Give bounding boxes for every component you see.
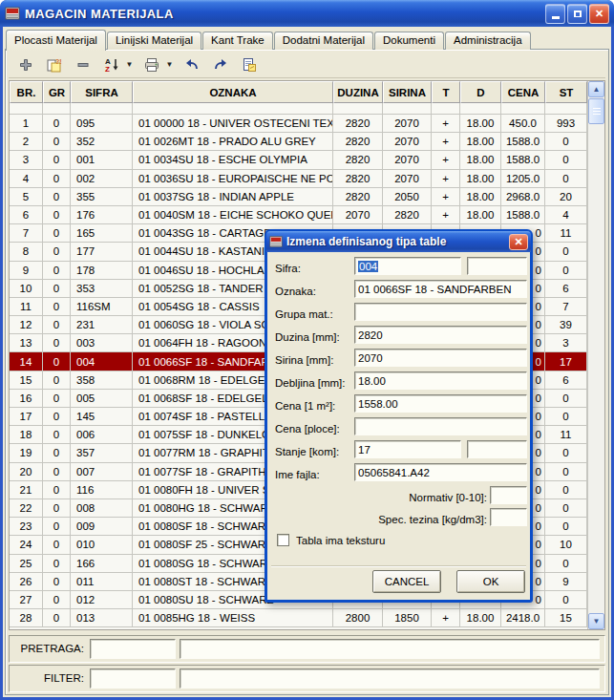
spec-tezina-input[interactable] bbox=[490, 508, 527, 526]
redo-button[interactable] bbox=[209, 53, 232, 76]
column-header-d[interactable]: D bbox=[460, 81, 501, 103]
column-header-sirina[interactable]: SIRINA bbox=[383, 81, 432, 103]
cell-br: 3 bbox=[10, 151, 43, 169]
ime-fajla-input[interactable]: 05065841.A42 bbox=[354, 463, 527, 481]
add-button[interactable] bbox=[14, 53, 37, 76]
cell-t: + bbox=[432, 133, 460, 151]
cell-t: + bbox=[432, 170, 460, 188]
cell-sifra: 013 bbox=[71, 609, 133, 627]
column-header-oznaka[interactable]: OZNAKA bbox=[133, 81, 333, 103]
undo-button[interactable] bbox=[180, 53, 203, 76]
print-dropdown-caret[interactable]: ▼ bbox=[164, 53, 175, 76]
column-header-cena[interactable]: CENA bbox=[501, 81, 545, 103]
cell-sifra: 001 bbox=[71, 151, 133, 169]
cell-st: 0 bbox=[545, 151, 587, 169]
filter-result-field[interactable] bbox=[180, 668, 600, 689]
cell-d: 18.00 bbox=[460, 115, 501, 133]
scroll-down-button[interactable]: ▼ bbox=[588, 613, 604, 629]
debljina-input[interactable]: 18.00 bbox=[354, 371, 527, 390]
remove-button[interactable] bbox=[72, 53, 95, 76]
column-header-sifra[interactable]: SIFRA bbox=[71, 81, 133, 103]
svg-text:?!: ?! bbox=[55, 57, 62, 64]
minimize-button[interactable] bbox=[545, 4, 565, 24]
grupa-input[interactable] bbox=[354, 303, 527, 321]
pretraga-input[interactable] bbox=[90, 639, 176, 659]
column-header-t[interactable]: T bbox=[432, 81, 460, 103]
table-row[interactable]: 28001301 0085HG 18 - WEISS28001850+18.00… bbox=[10, 609, 587, 627]
cell-br: 25 bbox=[10, 555, 43, 573]
scroll-track[interactable] bbox=[588, 124, 604, 613]
cell-t: + bbox=[432, 206, 460, 224]
table-row[interactable]: 1009501 00000 18 - UNIVER OSTECENI TEXT2… bbox=[10, 115, 587, 133]
dialog-close-button[interactable]: ✕ bbox=[509, 234, 528, 250]
cell-oznaka: 01 0036SU 18 - EUROPAISCHE NE PORU bbox=[133, 170, 333, 188]
cell-d: 18.00 bbox=[460, 133, 501, 151]
cell-sifra: 177 bbox=[71, 243, 133, 261]
cena-ploce-input[interactable] bbox=[354, 417, 527, 435]
grupa-label: Grupa mat.: bbox=[275, 306, 355, 324]
filter-input[interactable] bbox=[90, 668, 176, 689]
sirina-input[interactable]: 2070 bbox=[354, 349, 527, 367]
table-row[interactable]: 4000201 0036SU 18 - EUROPAISCHE NE PORU2… bbox=[10, 170, 587, 188]
normativ-label: Normativ [0-10]: bbox=[325, 489, 487, 507]
table-row[interactable]: 2035201 0026MT 18 - PRADO ALU GREY282020… bbox=[10, 133, 587, 151]
print-button[interactable] bbox=[140, 53, 163, 76]
ok-button[interactable]: OK bbox=[456, 570, 525, 593]
stanje-secondary-field[interactable] bbox=[467, 440, 527, 458]
cell-d bbox=[460, 103, 501, 115]
column-header-st[interactable]: ST bbox=[545, 81, 587, 103]
cell-sifra: 116 bbox=[71, 481, 133, 499]
sifra-input[interactable]: 004 bbox=[354, 257, 461, 275]
cell-sifra bbox=[71, 103, 133, 115]
scroll-thumb[interactable] bbox=[588, 98, 604, 124]
oznaka-input[interactable]: 01 0066SF 18 - SANDFARBEN bbox=[354, 280, 527, 298]
tab-kant-trake[interactable]: Kant Trake bbox=[202, 32, 273, 50]
tab-dodatni-materijal[interactable]: Dodatni Materijal bbox=[274, 32, 373, 50]
normativ-input[interactable] bbox=[490, 486, 527, 504]
cancel-button[interactable]: CANCEL bbox=[372, 570, 441, 593]
cell-oznaka: 01 0026MT 18 - PRADO ALU GREY bbox=[133, 133, 333, 151]
sort-button[interactable]: A Z bbox=[100, 53, 123, 76]
cell-gr: 0 bbox=[43, 518, 71, 536]
cell-st: 6 bbox=[545, 280, 587, 298]
titlebar[interactable]: MAGACIN MATERIJALA ✕ bbox=[0, 0, 614, 27]
cell-st: 39 bbox=[545, 316, 587, 334]
cell-sifra: 176 bbox=[71, 206, 133, 224]
properties-button[interactable] bbox=[238, 53, 261, 76]
cena-m2-input[interactable]: 1558.00 bbox=[354, 394, 527, 413]
column-header-br[interactable]: BR. bbox=[10, 81, 43, 103]
cell-br: 19 bbox=[10, 444, 43, 462]
maximize-button[interactable] bbox=[567, 4, 587, 24]
cell-st: 11 bbox=[545, 426, 587, 444]
cell-st: 7 bbox=[545, 298, 587, 316]
tab-dokumenti[interactable]: Dokumenti bbox=[374, 32, 444, 50]
cell-gr: 0 bbox=[43, 573, 71, 591]
sort-dropdown-caret[interactable]: ▼ bbox=[124, 53, 135, 76]
tab-linijski-materijal[interactable]: Linijski Materijal bbox=[107, 32, 201, 50]
stanje-input[interactable]: 17 bbox=[354, 440, 461, 458]
scroll-up-button[interactable]: ▲ bbox=[588, 81, 604, 97]
column-header-duzina[interactable]: DUZINA bbox=[333, 81, 383, 103]
table-row[interactable]: 3000101 0034SU 18 - ESCHE OLYMPIA2820207… bbox=[10, 151, 587, 169]
table-row[interactable]: 6017601 0040SM 18 - EICHE SCHOKO QUER207… bbox=[10, 206, 587, 224]
cell-gr: 0 bbox=[43, 609, 71, 627]
vertical-scrollbar[interactable]: ▲ ▼ bbox=[587, 81, 604, 629]
duzina-input[interactable]: 2820 bbox=[354, 326, 527, 344]
cell-st: 10 bbox=[545, 536, 587, 554]
dialog-title: Izmena definisanog tipa table bbox=[286, 235, 505, 248]
dialog-titlebar[interactable]: Izmena definisanog tipa table ✕ bbox=[266, 231, 531, 252]
oznaka-label: Oznaka: bbox=[275, 283, 355, 301]
cell-duzina: 2820 bbox=[333, 170, 383, 188]
sifra-secondary-field[interactable] bbox=[467, 257, 527, 275]
tabla-tekstura-checkbox[interactable] bbox=[277, 534, 289, 546]
table-row[interactable]: 5035501 0037SG 18 - INDIAN APPLE28202050… bbox=[10, 188, 587, 206]
tab-administracija[interactable]: Administracija bbox=[445, 32, 531, 50]
cell-st: 3 bbox=[545, 334, 587, 352]
cell-st: 0 bbox=[545, 463, 587, 481]
copy-button[interactable]: ?! bbox=[43, 53, 66, 76]
tab-plocasti-materijal[interactable]: Plocasti Materijal bbox=[6, 30, 106, 51]
close-button[interactable]: ✕ bbox=[589, 4, 609, 24]
edit-table-type-dialog: Izmena definisanog tipa table ✕ Sifra: 0… bbox=[265, 229, 533, 603]
column-header-gr[interactable]: GR bbox=[43, 81, 71, 103]
pretraga-result-field[interactable] bbox=[180, 639, 600, 659]
